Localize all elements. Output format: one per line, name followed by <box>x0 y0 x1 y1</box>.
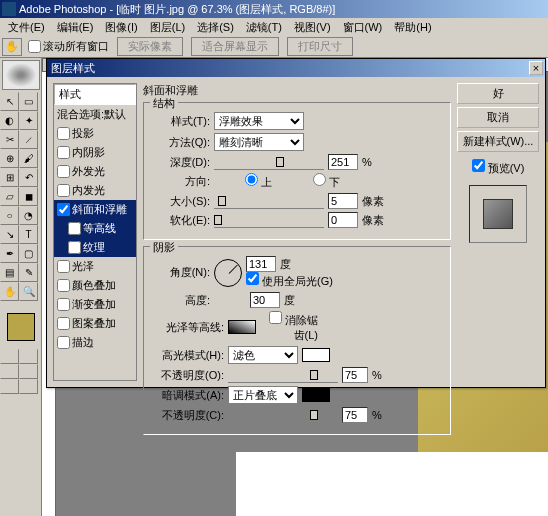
size-input[interactable] <box>328 193 358 209</box>
stroke-item[interactable]: 描边 <box>54 333 136 352</box>
stamp-tool[interactable]: ⊞ <box>0 168 19 187</box>
gloss-contour-picker[interactable] <box>228 320 256 334</box>
screen-mode-2[interactable] <box>19 364 38 379</box>
crop-tool[interactable]: ✂ <box>0 130 19 149</box>
cancel-button[interactable]: 取消 <box>457 107 539 128</box>
shadow-mode-select[interactable]: 正片叠底 <box>228 386 298 404</box>
heal-tool[interactable]: ⊕ <box>0 149 19 168</box>
drop-shadow-item[interactable]: 投影 <box>54 124 136 143</box>
global-light-checkbox[interactable]: 使用全局光(G) <box>246 275 333 287</box>
history-tool[interactable]: ↶ <box>19 168 38 187</box>
type-tool[interactable]: T <box>19 225 38 244</box>
menu-help[interactable]: 帮助(H) <box>388 19 437 36</box>
brush-preview <box>2 60 40 90</box>
blur-tool[interactable]: ○ <box>0 206 19 225</box>
lasso-tool[interactable]: ◐ <box>0 111 19 130</box>
technique-select[interactable]: 雕刻清晰 <box>214 133 304 151</box>
jump-to[interactable] <box>19 379 38 394</box>
styles-list: 样式 混合选项:默认 投影 内阴影 外发光 内发光 斜面和浮雕 等高线 纹理 光… <box>53 83 137 381</box>
quickmask-mode[interactable] <box>19 349 38 364</box>
dialog-title: 图层样式 <box>51 61 95 76</box>
canvas-paper <box>236 452 548 516</box>
blending-options-item[interactable]: 混合选项:默认 <box>54 105 136 124</box>
path-tool[interactable]: ↘ <box>0 225 19 244</box>
screen-mode-1[interactable] <box>0 364 19 379</box>
layer-style-dialog: 图层样式 × 样式 混合选项:默认 投影 内阴影 外发光 内发光 斜面和浮雕 等… <box>46 58 546 388</box>
angle-input[interactable] <box>246 256 276 272</box>
standard-mode[interactable] <box>0 349 19 364</box>
soften-input[interactable] <box>328 212 358 228</box>
hand-tool-icon[interactable]: ✋ <box>2 38 22 56</box>
menu-file[interactable]: 文件(E) <box>2 19 51 36</box>
bevel-emboss-item[interactable]: 斜面和浮雕 <box>54 200 136 219</box>
zoom-tool[interactable]: 🔍 <box>19 282 38 301</box>
marquee-tool[interactable]: ▭ <box>19 92 38 111</box>
depth-input[interactable] <box>328 154 358 170</box>
color-overlay-item[interactable]: 颜色叠加 <box>54 276 136 295</box>
outer-glow-item[interactable]: 外发光 <box>54 162 136 181</box>
actual-pixels-button[interactable]: 实际像素 <box>117 37 183 56</box>
menu-image[interactable]: 图像(I) <box>99 19 143 36</box>
notes-tool[interactable]: ▤ <box>0 263 19 282</box>
move-tool[interactable]: ↖ <box>0 92 19 111</box>
screen-mode-3[interactable] <box>0 379 19 394</box>
new-style-button[interactable]: 新建样式(W)... <box>457 131 539 152</box>
eyedropper-tool[interactable]: ✎ <box>19 263 38 282</box>
pattern-overlay-item[interactable]: 图案叠加 <box>54 314 136 333</box>
scroll-all-checkbox[interactable]: 滚动所有窗口 <box>28 39 109 54</box>
close-button[interactable]: × <box>529 61 543 75</box>
gradient-overlay-item[interactable]: 渐变叠加 <box>54 295 136 314</box>
inner-glow-item[interactable]: 内发光 <box>54 181 136 200</box>
styles-header[interactable]: 样式 <box>54 84 136 105</box>
shape-tool[interactable]: ▢ <box>19 244 38 263</box>
menu-filter[interactable]: 滤镜(T) <box>240 19 288 36</box>
inner-shadow-item[interactable]: 内阴影 <box>54 143 136 162</box>
preview-checkbox[interactable]: 预览(V) <box>457 159 539 176</box>
panel-title: 斜面和浮雕 <box>143 83 451 98</box>
highlight-opacity-slider[interactable] <box>228 367 338 383</box>
soften-slider[interactable] <box>214 212 324 228</box>
gradient-tool[interactable]: ◼ <box>19 187 38 206</box>
altitude-input[interactable] <box>250 292 280 308</box>
options-bar: ✋ 滚动所有窗口 实际像素 适合屏幕显示 打印尺寸 <box>0 36 548 58</box>
menu-select[interactable]: 选择(S) <box>191 19 240 36</box>
app-titlebar: Adobe Photoshop - [临时 图片.jpg @ 67.3% (图层… <box>0 0 548 18</box>
hand-tool[interactable]: ✋ <box>0 282 19 301</box>
angle-dial[interactable] <box>214 259 242 287</box>
highlight-mode-select[interactable]: 滤色 <box>228 346 298 364</box>
depth-slider[interactable] <box>214 154 324 170</box>
direction-up-radio[interactable]: 上 <box>214 173 272 190</box>
structure-group: 结构 样式(T): 浮雕效果 方法(Q): 雕刻清晰 深度(D): % 方向: … <box>143 102 451 240</box>
pen-tool[interactable]: ✒ <box>0 244 19 263</box>
satin-item[interactable]: 光泽 <box>54 257 136 276</box>
wand-tool[interactable]: ✦ <box>19 111 38 130</box>
style-select[interactable]: 浮雕效果 <box>214 112 304 130</box>
dialog-titlebar: 图层样式 × <box>47 59 545 77</box>
antialias-checkbox[interactable]: 消除锯齿(L) <box>260 311 318 343</box>
eraser-tool[interactable]: ▱ <box>0 187 19 206</box>
highlight-color-swatch[interactable] <box>302 348 330 362</box>
print-size-button[interactable]: 打印尺寸 <box>287 37 353 56</box>
shading-group: 阴影 角度(N): 度 使用全局光(G) 高度: 度 光泽等高线: 消除锯齿(L… <box>143 246 451 435</box>
menu-window[interactable]: 窗口(W) <box>337 19 389 36</box>
app-title: Adobe Photoshop - [临时 图片.jpg @ 67.3% (图层… <box>19 2 335 17</box>
direction-down-radio[interactable]: 下 <box>282 173 340 190</box>
ok-button[interactable]: 好 <box>457 83 539 104</box>
menu-layer[interactable]: 图层(L) <box>144 19 191 36</box>
brush-tool[interactable]: 🖌 <box>19 149 38 168</box>
menu-edit[interactable]: 编辑(E) <box>51 19 100 36</box>
foreground-color-swatch[interactable] <box>7 313 35 341</box>
size-slider[interactable] <box>214 193 324 209</box>
slice-tool[interactable]: ⟋ <box>19 130 38 149</box>
fit-screen-button[interactable]: 适合屏幕显示 <box>191 37 279 56</box>
texture-item[interactable]: 纹理 <box>54 238 136 257</box>
shadow-opacity-slider[interactable] <box>228 407 338 423</box>
menu-view[interactable]: 视图(V) <box>288 19 337 36</box>
toolbox: ↖▭ ◐✦ ✂⟋ ⊕🖌 ⊞↶ ▱◼ ○◔ ↘T ✒▢ ▤✎ ✋🔍 <box>0 58 42 516</box>
contour-item[interactable]: 等高线 <box>54 219 136 238</box>
highlight-opacity-input[interactable] <box>342 367 368 383</box>
shadow-opacity-input[interactable] <box>342 407 368 423</box>
dodge-tool[interactable]: ◔ <box>19 206 38 225</box>
shadow-color-swatch[interactable] <box>302 388 330 402</box>
preview-thumbnail <box>469 185 527 243</box>
